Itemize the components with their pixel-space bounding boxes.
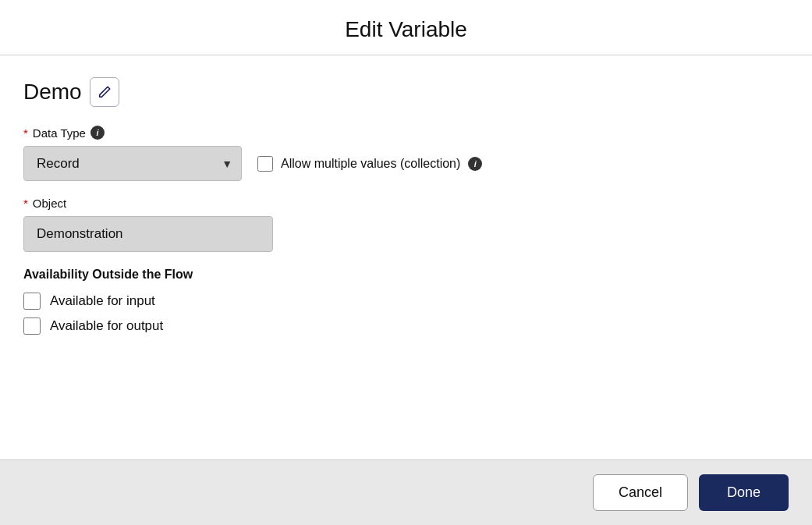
collection-info-icon[interactable]: i [468, 157, 482, 171]
data-type-select-wrapper: Record Text Number Boolean Date Date/Tim… [23, 146, 242, 181]
data-type-row: Record Text Number Boolean Date Date/Tim… [23, 146, 789, 181]
data-type-section: * Data Type i Record Text Number Boolean… [23, 126, 789, 181]
dialog-header: Edit Variable [0, 0, 812, 55]
available-for-output-checkbox[interactable] [23, 317, 41, 335]
availability-section: Availability Outside the Flow Available … [23, 268, 789, 335]
available-for-input-row: Available for input [23, 293, 789, 310]
variable-name-row: Demo [23, 77, 789, 107]
data-type-info-icon[interactable]: i [90, 126, 105, 140]
variable-name-text: Demo [23, 80, 82, 105]
object-input[interactable] [23, 216, 273, 252]
object-label: * Object [23, 197, 789, 210]
main-content: Demo * Data Type i Record Text Number Bo… [0, 55, 812, 459]
cancel-button[interactable]: Cancel [593, 474, 688, 511]
data-type-label: * Data Type i [23, 126, 789, 140]
collection-checkbox[interactable] [257, 156, 273, 172]
done-button[interactable]: Done [699, 474, 789, 511]
available-for-input-label: Available for input [50, 293, 155, 309]
available-for-input-checkbox[interactable] [23, 293, 41, 310]
footer-bar: Cancel Done [0, 459, 812, 525]
edit-name-button[interactable] [90, 77, 119, 107]
available-for-output-label: Available for output [50, 318, 163, 334]
collection-check-row: Allow multiple values (collection) i [257, 156, 482, 172]
collection-label: Allow multiple values (collection) [281, 157, 460, 171]
available-for-output-row: Available for output [23, 317, 789, 335]
required-star-datatype: * [23, 126, 28, 140]
availability-title: Availability Outside the Flow [23, 268, 789, 282]
required-star-object: * [23, 197, 28, 210]
object-section: * Object [23, 197, 789, 252]
data-type-select[interactable]: Record Text Number Boolean Date Date/Tim… [23, 146, 242, 181]
page-title: Edit Variable [0, 17, 812, 42]
pencil-icon [98, 85, 112, 99]
